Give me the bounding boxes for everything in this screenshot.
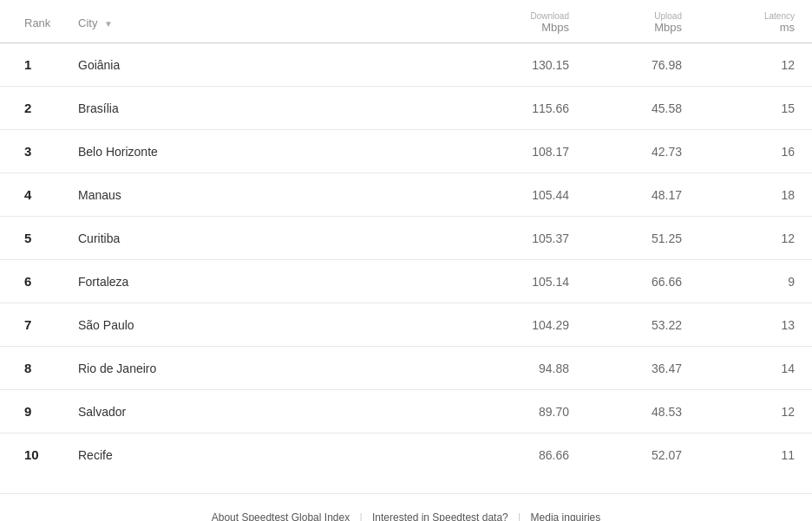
city-cell: Salvador: [69, 390, 474, 433]
download-cell: 89.70: [474, 390, 586, 433]
table-header-row: Rank City ▼ Download Mbps Upload Mbps La…: [0, 0, 812, 43]
city-cell: Manaus: [69, 173, 474, 217]
city-cell: Curitiba: [69, 217, 474, 260]
rank-cell: 3: [0, 130, 69, 173]
upload-cell: 52.07: [586, 433, 699, 477]
download-cell: 86.66: [474, 433, 586, 477]
table-body: 1 Goiânia 130.15 76.98 12 2 Brasília 115…: [0, 43, 812, 477]
city-cell: Brasília: [69, 87, 474, 130]
table-row[interactable]: 9 Salvador 89.70 48.53 12: [0, 390, 812, 433]
upload-cell: 66.66: [586, 260, 699, 303]
divider-2: |: [518, 511, 521, 521]
upload-cell: 51.25: [586, 217, 699, 260]
city-column-header[interactable]: City ▼: [69, 0, 474, 43]
table-row[interactable]: 2 Brasília 115.66 45.58 15: [0, 87, 812, 130]
rank-cell: 7: [0, 303, 69, 347]
table-row[interactable]: 8 Rio de Janeiro 94.88 36.47 14: [0, 347, 812, 390]
latency-cell: 12: [699, 217, 812, 260]
sort-indicator-icon: ▼: [104, 19, 113, 29]
city-cell: Rio de Janeiro: [69, 347, 474, 390]
upload-cell: 48.17: [586, 173, 699, 217]
upload-sublabel: Upload: [595, 12, 682, 21]
city-cell: Fortaleza: [69, 260, 474, 303]
table-row[interactable]: 4 Manaus 105.44 48.17 18: [0, 173, 812, 217]
rankings-table: Rank City ▼ Download Mbps Upload Mbps La…: [0, 0, 812, 476]
upload-cell: 53.22: [586, 303, 699, 347]
download-cell: 108.17: [474, 130, 586, 173]
download-cell: 105.44: [474, 173, 586, 217]
city-cell: Recife: [69, 433, 474, 477]
table-row[interactable]: 6 Fortaleza 105.14 66.66 9: [0, 260, 812, 303]
table-row[interactable]: 1 Goiânia 130.15 76.98 12: [0, 43, 812, 87]
latency-cell: 18: [699, 173, 812, 217]
latency-cell: 14: [699, 347, 812, 390]
rank-cell: 9: [0, 390, 69, 433]
download-column-header: Download Mbps: [474, 0, 586, 43]
upload-cell: 36.47: [586, 347, 699, 390]
download-cell: 115.66: [474, 87, 586, 130]
download-cell: 104.29: [474, 303, 586, 347]
rank-cell: 5: [0, 217, 69, 260]
table-row[interactable]: 5 Curitiba 105.37 51.25 12: [0, 217, 812, 260]
upload-cell: 45.58: [586, 87, 699, 130]
table-row[interactable]: 7 São Paulo 104.29 53.22 13: [0, 303, 812, 347]
latency-cell: 11: [699, 433, 812, 477]
table-row[interactable]: 10 Recife 86.66 52.07 11: [0, 433, 812, 477]
latency-cell: 12: [699, 390, 812, 433]
rank-cell: 2: [0, 87, 69, 130]
latency-cell: 12: [699, 43, 812, 87]
latency-sublabel: Latency: [708, 12, 795, 21]
download-cell: 105.37: [474, 217, 586, 260]
rank-cell: 10: [0, 433, 69, 477]
latency-cell: 15: [699, 87, 812, 130]
latency-cell: 9: [699, 260, 812, 303]
latency-column-header: Latency ms: [699, 0, 812, 43]
media-inquiries-link[interactable]: Media inquiries: [531, 511, 601, 521]
upload-cell: 76.98: [586, 43, 699, 87]
latency-cell: 13: [699, 303, 812, 347]
download-sublabel: Download: [482, 12, 569, 21]
city-cell: Belo Horizonte: [69, 130, 474, 173]
about-link[interactable]: About Speedtest Global Index: [212, 511, 350, 521]
rank-cell: 6: [0, 260, 69, 303]
city-cell: Goiânia: [69, 43, 474, 87]
rank-column-header: Rank: [0, 0, 69, 43]
download-cell: 94.88: [474, 347, 586, 390]
download-cell: 105.14: [474, 260, 586, 303]
data-interest-link[interactable]: Interested in Speedtest data?: [372, 511, 508, 521]
rank-cell: 8: [0, 347, 69, 390]
rank-cell: 1: [0, 43, 69, 87]
footer-links: About Speedtest Global Index | Intereste…: [0, 493, 812, 521]
upload-cell: 42.73: [586, 130, 699, 173]
upload-column-header: Upload Mbps: [586, 0, 699, 43]
divider-1: |: [360, 511, 363, 521]
latency-cell: 16: [699, 130, 812, 173]
city-cell: São Paulo: [69, 303, 474, 347]
rank-cell: 4: [0, 173, 69, 217]
main-container: Rank City ▼ Download Mbps Upload Mbps La…: [0, 0, 812, 521]
download-cell: 130.15: [474, 43, 586, 87]
upload-cell: 48.53: [586, 390, 699, 433]
table-row[interactable]: 3 Belo Horizonte 108.17 42.73 16: [0, 130, 812, 173]
